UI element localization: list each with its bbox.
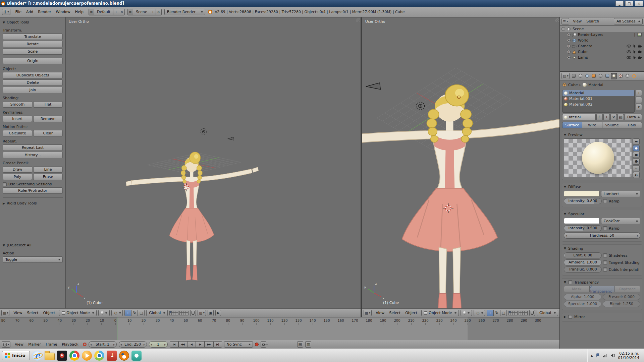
duplicate-objects-button[interactable]: Duplicate Objects bbox=[3, 72, 63, 78]
preview-world-button[interactable]: ◐ bbox=[633, 172, 640, 178]
next-keyframe-button[interactable]: ▶▶ bbox=[205, 341, 213, 348]
browse-scene-icon[interactable]: ▦ bbox=[128, 9, 133, 15]
menu-select[interactable]: Select bbox=[387, 309, 403, 317]
properties-tab-render[interactable] bbox=[571, 73, 577, 79]
translucency-slider[interactable]: Transluc: 0.000 bbox=[564, 266, 602, 273]
repeat-last-button[interactable]: Repeat Last bbox=[3, 144, 63, 151]
pivot-center-dropdown[interactable]: ⊙ bbox=[111, 310, 123, 316]
preview-panel-header[interactable]: ▼Preview bbox=[564, 132, 640, 138]
breadcrumb-material[interactable]: Material bbox=[588, 83, 603, 87]
clear-paths-button[interactable]: Clear bbox=[33, 130, 63, 136]
properties-tab-world[interactable] bbox=[584, 73, 590, 79]
gp-poly-button[interactable]: Poly bbox=[3, 174, 32, 180]
prev-keyframe-button[interactable]: ◀◀ bbox=[178, 341, 187, 348]
expander-icon[interactable]: + bbox=[567, 44, 571, 48]
scale-button[interactable]: Scale bbox=[3, 48, 63, 55]
transparency-mode-mask[interactable]: Mask bbox=[564, 286, 590, 292]
render-opengl-button[interactable]: ▣ bbox=[208, 310, 214, 316]
material-type-volume[interactable]: Volume bbox=[602, 122, 622, 128]
blender-icon[interactable] bbox=[119, 351, 129, 361]
fake-user-button[interactable]: F bbox=[596, 114, 603, 120]
frame-start-field[interactable]: Start: 1 bbox=[89, 341, 117, 348]
diffuse-intensity-slider[interactable]: Intensity: 0.800 bbox=[564, 198, 602, 204]
add-layout-button[interactable]: + bbox=[113, 9, 119, 15]
sync-mode-dropdown[interactable]: No Sync bbox=[224, 341, 253, 348]
restrict-select-icon[interactable] bbox=[632, 50, 637, 54]
menu-playback[interactable]: Playback bbox=[59, 340, 80, 349]
delete-layout-button[interactable]: × bbox=[119, 9, 124, 15]
diffuse-shader-dropdown[interactable]: Lambert bbox=[601, 191, 641, 197]
3d-viewport-canvas-right[interactable]: User Ortho (1) Cube bbox=[362, 17, 559, 308]
menu-add[interactable]: Add bbox=[24, 7, 36, 17]
shadeless-checkbox[interactable]: Shadeless bbox=[603, 252, 640, 258]
layers-widget[interactable] bbox=[169, 311, 189, 315]
fresnel-slider[interactable]: Fresnel: 0.000 bbox=[603, 294, 640, 300]
restrict-select-icon[interactable] bbox=[632, 44, 637, 48]
insert-keyframe-button[interactable]: Insert bbox=[3, 116, 32, 122]
region-resize-grip[interactable] bbox=[356, 18, 360, 22]
hardness-slider[interactable]: Hardness: 50 bbox=[564, 232, 640, 239]
gp-line-button[interactable]: Line bbox=[33, 166, 63, 173]
menu-object[interactable]: Object bbox=[41, 309, 57, 317]
unlink-material-button[interactable]: × bbox=[610, 114, 617, 120]
pivot-center-dropdown[interactable]: ⊙ bbox=[474, 310, 485, 316]
outliner-item-cube[interactable]: +Cube bbox=[560, 49, 644, 55]
expander-icon[interactable]: + bbox=[567, 33, 571, 37]
transform-orientation-dropdown[interactable]: Global bbox=[537, 310, 558, 316]
file-explorer-icon[interactable] bbox=[45, 353, 55, 360]
material-type-wire[interactable]: Wire bbox=[582, 122, 602, 128]
scene-selector[interactable]: ▦ Scene + × bbox=[127, 9, 162, 15]
use-sketching-sessions-checkbox[interactable]: Use Sketching Sessions bbox=[3, 182, 63, 186]
editor-type-button[interactable]: ▦▾ bbox=[1, 310, 9, 316]
deselect-all-panel-header[interactable]: ▼(De)select All bbox=[3, 243, 63, 247]
properties-tab-texture[interactable] bbox=[618, 73, 624, 79]
taskbar-clock[interactable]: 02:15 a.m. 01/10/2014 bbox=[618, 351, 639, 360]
menu-view[interactable]: View bbox=[373, 309, 387, 317]
snap-magnet-button[interactable] bbox=[190, 310, 196, 316]
internet-explorer-icon[interactable] bbox=[32, 351, 42, 361]
menu-render[interactable]: Render bbox=[36, 7, 53, 17]
close-button[interactable]: × bbox=[635, 1, 643, 6]
preview-flat-button[interactable]: ▬ bbox=[633, 138, 640, 144]
material-slot-material.002[interactable]: Material.002 bbox=[562, 102, 634, 107]
download-manager-icon[interactable] bbox=[107, 351, 117, 361]
calculate-paths-button[interactable]: Calculate bbox=[3, 130, 32, 136]
specular-color-swatch[interactable] bbox=[564, 218, 600, 224]
menu-view[interactable]: View bbox=[12, 340, 26, 349]
snap-element-dropdown[interactable]: ▥▾ bbox=[198, 310, 206, 316]
link-mode-dropdown[interactable]: Data bbox=[625, 114, 642, 120]
mirror-panel-header[interactable]: ▶ Mirror bbox=[564, 314, 640, 320]
keying-set-button[interactable] bbox=[261, 341, 266, 348]
transparency-panel-header[interactable]: ▼ Transparency bbox=[564, 279, 640, 285]
menu-frame[interactable]: Frame bbox=[43, 340, 59, 349]
eye-icon[interactable] bbox=[627, 50, 631, 54]
tangent-shading-checkbox[interactable]: Tangent Shading bbox=[603, 259, 640, 265]
gp-erase-button[interactable]: Erase bbox=[33, 174, 63, 180]
mode-dropdown[interactable]: Object Mode bbox=[59, 310, 97, 316]
specular-intensity-slider[interactable]: Intensity: 0.500 bbox=[564, 225, 602, 231]
material-name-field[interactable]: aterial bbox=[562, 114, 596, 120]
blend-slider[interactable]: Blend: 1.250 bbox=[603, 301, 640, 307]
rigid-body-tools-panel-header[interactable]: ▶Rigid Body Tools bbox=[3, 201, 63, 205]
breadcrumb-object[interactable]: Cube bbox=[568, 83, 578, 87]
media-orange-icon[interactable] bbox=[82, 351, 92, 361]
join-button[interactable]: Join bbox=[3, 87, 63, 93]
emit-slider[interactable]: Emit: 0.00 bbox=[564, 252, 602, 258]
display-filter-dropdown[interactable]: All Scenes bbox=[614, 18, 643, 24]
outliner-item-camera[interactable]: +Camera bbox=[560, 43, 644, 49]
specular-shader-dropdown[interactable]: CookTorr bbox=[601, 218, 641, 224]
timeline-ruler[interactable]: -80-70-60-50-40-30-20-100102030405060708… bbox=[0, 317, 559, 340]
gp-draw-button[interactable]: Draw bbox=[3, 166, 32, 173]
menu-select[interactable]: Select bbox=[25, 309, 41, 317]
properties-tab-constraints[interactable] bbox=[597, 73, 603, 79]
current-frame-field[interactable]: 1 bbox=[149, 341, 168, 348]
origin-button[interactable]: Origin bbox=[3, 58, 63, 64]
diffuse-color-swatch[interactable] bbox=[564, 191, 600, 197]
photo-app-icon[interactable] bbox=[57, 351, 67, 361]
material-slot-material.001[interactable]: Material.001 bbox=[562, 96, 634, 102]
material-type-halo[interactable]: Halo bbox=[622, 122, 642, 128]
jump-end-button[interactable]: ▶| bbox=[213, 341, 222, 348]
menu-window[interactable]: Window bbox=[53, 7, 72, 17]
specular-ramp-checkbox[interactable]: Ramp bbox=[603, 225, 640, 231]
properties-tab-modifiers[interactable] bbox=[604, 73, 610, 79]
